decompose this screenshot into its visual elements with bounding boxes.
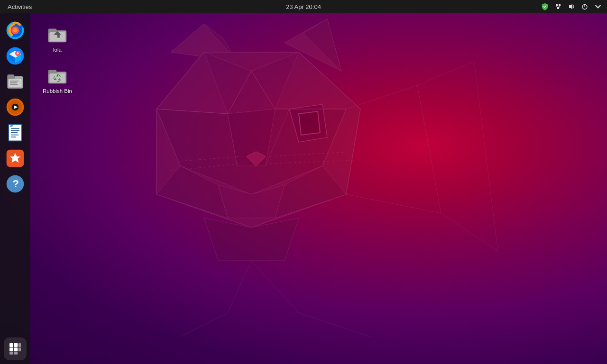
security-indicator-icon[interactable]: [540, 1, 550, 12]
svg-point-49: [13, 28, 17, 32]
svg-rect-70: [11, 136, 16, 137]
svg-rect-79: [14, 347, 18, 351]
topbar-right: [540, 1, 603, 12]
svg-line-33: [228, 261, 251, 313]
svg-marker-9: [299, 111, 320, 135]
svg-rect-38: [559, 4, 561, 6]
power-icon[interactable]: [579, 1, 590, 12]
home-folder-label: lola: [53, 46, 62, 54]
dock-item-libreoffice-writer[interactable]: W: [4, 121, 27, 144]
topbar-datetime[interactable]: 23 Apr 20:04: [286, 3, 321, 10]
svg-rect-78: [9, 347, 13, 351]
svg-line-35: [180, 313, 228, 337]
home-folder-icon: [46, 22, 69, 45]
svg-rect-37: [556, 4, 558, 6]
system-menu-arrow-icon[interactable]: [593, 1, 603, 12]
svg-line-28: [346, 194, 441, 213]
dock-item-thunderbird[interactable]: [4, 45, 27, 67]
svg-rect-66: [11, 128, 19, 129]
sound-icon[interactable]: [566, 1, 577, 12]
svg-rect-81: [9, 352, 13, 355]
rubbish-bin-label: Rubbish Bin: [43, 88, 72, 95]
svg-rect-76: [14, 343, 18, 347]
desktop-icon-home[interactable]: lola: [36, 19, 79, 56]
svg-rect-57: [10, 82, 17, 83]
svg-rect-75: [9, 343, 13, 347]
svg-rect-69: [11, 135, 19, 136]
desktop: Activities 23 Apr 20:04: [0, 0, 607, 364]
svg-rect-85: [48, 28, 56, 32]
svg-line-30: [417, 62, 474, 85]
svg-rect-56: [10, 81, 18, 82]
desktop-icons: lola: [30, 13, 125, 103]
svg-rect-68: [11, 132, 18, 133]
dock-item-help[interactable]: ?: [4, 173, 27, 195]
svg-text:?: ?: [13, 178, 19, 190]
dock: W ?: [0, 13, 30, 364]
dock-item-rhythmbox[interactable]: [4, 96, 27, 118]
svg-line-31: [441, 213, 498, 251]
svg-line-27: [346, 85, 417, 109]
cat-illustration: [85, 14, 512, 346]
svg-rect-58: [10, 84, 18, 85]
rubbish-bin-icon: [46, 63, 69, 86]
activities-button[interactable]: Activities: [4, 0, 36, 13]
topbar: Activities 23 Apr 20:04: [0, 0, 607, 13]
svg-line-36: [299, 313, 370, 337]
dock-item-ubuntu-software[interactable]: [4, 147, 27, 170]
svg-line-32: [474, 62, 498, 251]
svg-rect-77: [18, 343, 21, 347]
svg-rect-54: [8, 74, 15, 78]
svg-rect-80: [18, 347, 21, 351]
svg-line-29: [417, 85, 441, 213]
topbar-left: Activities: [4, 0, 36, 13]
svg-rect-89: [48, 70, 56, 73]
show-applications-button[interactable]: [4, 337, 27, 360]
svg-marker-44: [569, 4, 572, 9]
dock-item-firefox[interactable]: [4, 19, 27, 42]
desktop-icon-rubbish-bin[interactable]: Rubbish Bin: [36, 60, 79, 98]
dock-item-files[interactable]: [4, 70, 27, 93]
network-icon[interactable]: [553, 1, 563, 12]
svg-rect-67: [11, 130, 19, 131]
svg-rect-82: [14, 352, 18, 355]
svg-rect-39: [557, 7, 559, 9]
svg-line-34: [251, 261, 299, 313]
svg-text:W: W: [10, 124, 13, 127]
